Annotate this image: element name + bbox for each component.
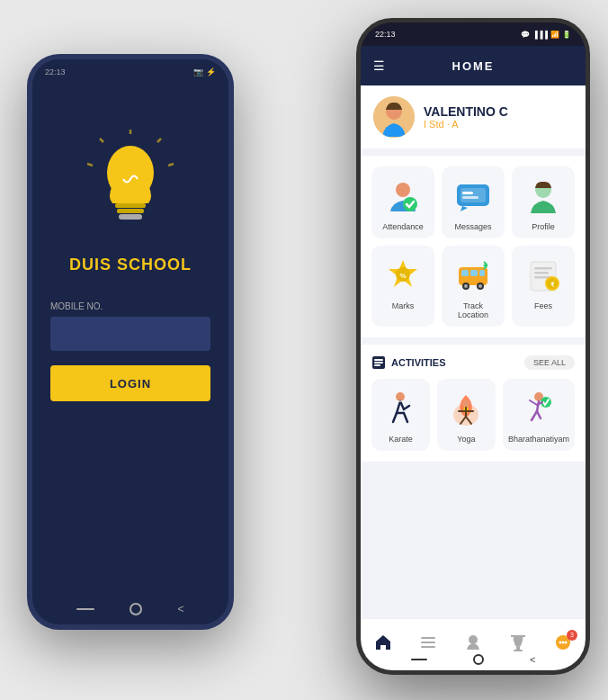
user-header: VALENTINO C I Std · A [361, 85, 586, 148]
user-name: VALENTINO C [424, 104, 508, 119]
svg-point-11 [396, 183, 410, 197]
marks-label: Marks [392, 301, 415, 310]
user-info: VALENTINO C I Std · A [424, 104, 508, 130]
svg-point-29 [484, 265, 487, 267]
status-bar-back: 22:13 📷 ⚡ [32, 59, 228, 85]
phone-home: 22:13 💬 ▐▐▐ 📶 🔋 ☰ HOME [356, 18, 590, 675]
svg-rect-16 [462, 196, 478, 199]
svg-rect-23 [470, 270, 478, 276]
attendance-label: Attendance [382, 222, 424, 231]
svg-rect-46 [421, 637, 435, 639]
menu-icon[interactable]: ☰ [373, 58, 385, 73]
svg-rect-14 [460, 188, 486, 202]
nav-home-icon [130, 603, 142, 615]
activity-yoga[interactable]: Yoga [437, 379, 496, 451]
svg-rect-8 [119, 214, 142, 220]
time-front: 22:13 [375, 30, 396, 39]
attendance-icon [383, 177, 423, 217]
battery-icon: 🔋 [562, 31, 571, 39]
user-class: I Std · A [424, 119, 508, 130]
activities-section: ACTIVITIES SEE ALL [361, 345, 586, 462]
track-location-label: Track Location [447, 301, 499, 319]
main-grid: Attendance Me [361, 156, 586, 337]
activities-title: ACTIVITIES [391, 357, 446, 368]
svg-rect-47 [421, 642, 435, 643]
page-title: HOME [452, 59, 495, 73]
section-header: ACTIVITIES SEE ALL [371, 355, 575, 370]
activities-grid: Karate [371, 379, 575, 451]
bottom-back-icon: < [530, 654, 535, 665]
svg-rect-51 [514, 650, 523, 651]
svg-point-26 [464, 284, 468, 288]
section-title: ACTIVITIES [371, 355, 446, 370]
bottom-bar-back: < [32, 603, 228, 615]
karate-label: Karate [389, 435, 413, 444]
svg-rect-31 [534, 267, 552, 270]
svg-line-2 [157, 139, 161, 142]
login-screen: DUIS SCHOOL MOBILE NO. LOGIN [32, 85, 228, 419]
svg-rect-22 [461, 270, 469, 276]
svg-point-49 [469, 635, 478, 644]
activity-karate[interactable]: Karate [371, 379, 430, 451]
svg-point-41 [396, 392, 405, 401]
svg-rect-32 [534, 272, 549, 274]
profile-icon [523, 177, 563, 217]
grid-item-messages[interactable]: Messages [442, 166, 505, 238]
svg-point-43 [462, 400, 469, 408]
status-icons-back: 📷 ⚡ [193, 67, 216, 76]
svg-rect-40 [374, 364, 380, 366]
svg-rect-7 [117, 209, 144, 213]
scene: 22:13 📷 ⚡ [0, 0, 608, 700]
chat-badge: 3 [567, 630, 577, 641]
yoga-label: Yoga [457, 435, 475, 444]
home-screen: VALENTINO C I Std · A [361, 85, 586, 618]
nav-home[interactable] [374, 633, 392, 651]
svg-line-4 [168, 164, 174, 166]
nav-back-icon: < [177, 603, 183, 615]
fees-icon: ₹ [523, 256, 563, 296]
time-back: 22:13 [45, 67, 66, 76]
bharathanatiyam-label: Bharathanatiyam [508, 435, 569, 444]
fees-label: Fees [534, 301, 552, 310]
svg-point-28 [478, 284, 482, 288]
grid-item-attendance[interactable]: Attendance [371, 166, 434, 238]
nav-chat[interactable]: 3 [554, 633, 572, 651]
grid-item-track-location[interactable]: Track Location [442, 246, 505, 327]
nav-trophy[interactable] [509, 633, 527, 651]
see-all-button[interactable]: SEE ALL [524, 355, 575, 370]
nav-lines-icon [76, 608, 94, 610]
svg-point-54 [562, 641, 565, 643]
marks-icon: % [383, 256, 423, 296]
status-bar-front: 22:13 💬 ▐▐▐ 📶 🔋 [361, 22, 586, 46]
nav-profile[interactable] [464, 633, 482, 651]
grid-item-marks[interactable]: % Marks [371, 246, 434, 327]
grid-item-profile[interactable]: Profile [512, 166, 575, 238]
bottom-lines-icon [411, 659, 427, 660]
grid-container: Attendance Me [371, 166, 575, 327]
mobile-input[interactable] [50, 317, 210, 351]
login-button[interactable]: LOGIN [50, 365, 210, 401]
svg-rect-15 [462, 192, 473, 194]
svg-rect-6 [115, 203, 146, 208]
svg-line-3 [87, 164, 93, 166]
bottom-home-icon [473, 654, 484, 665]
grid-item-fees[interactable]: ₹ Fees [512, 246, 575, 327]
svg-rect-39 [374, 362, 383, 363]
svg-point-53 [559, 641, 562, 643]
track-location-icon [453, 256, 493, 296]
activity-bharathanatiyam[interactable]: Bharathanatiyam [503, 379, 575, 451]
yoga-icon [446, 390, 486, 429]
svg-rect-24 [479, 270, 485, 276]
whatsapp-icon: 💬 [521, 31, 530, 39]
svg-line-1 [100, 139, 103, 142]
top-bar: ☰ HOME [361, 46, 586, 85]
svg-text:%: % [399, 272, 406, 280]
svg-rect-48 [421, 646, 435, 648]
messages-icon [453, 177, 493, 217]
signal-icon: ▐▐▐ [532, 31, 548, 39]
svg-point-55 [565, 641, 568, 643]
bulb-icon [85, 130, 175, 238]
avatar [373, 96, 415, 138]
nav-list[interactable] [419, 633, 437, 651]
wifi-icon: 📶 [550, 31, 559, 39]
